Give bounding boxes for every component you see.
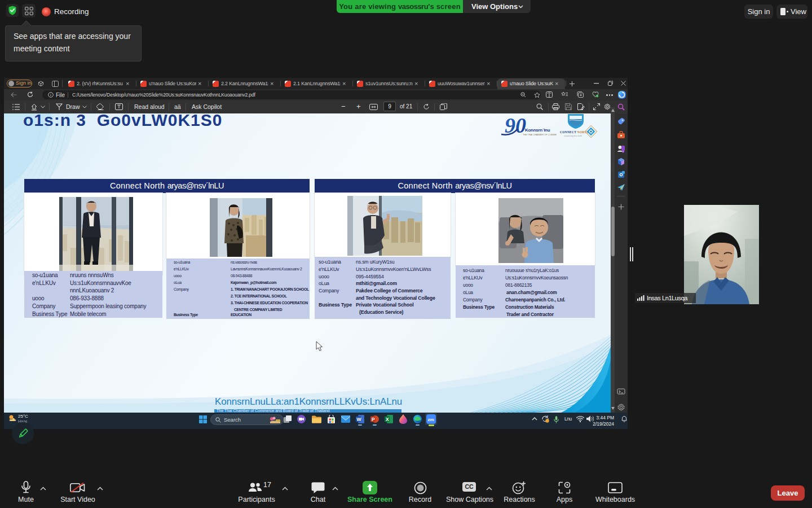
svg-text:W: W bbox=[357, 417, 362, 422]
svg-text:zm: zm bbox=[428, 417, 434, 422]
svg-text:THE THAI CHAMBER OF COMMERCE: THE THAI CHAMBER OF COMMERCE bbox=[523, 134, 557, 136]
svg-text:connecting the north: connecting the north bbox=[564, 135, 582, 137]
svg-text:CONNECT NORTH: CONNECT NORTH bbox=[560, 130, 589, 134]
svg-text:Konnsrn´lnu: Konnsrn´lnu bbox=[525, 128, 550, 133]
svg-text:P: P bbox=[372, 417, 375, 422]
svg-text:X: X bbox=[386, 417, 389, 422]
